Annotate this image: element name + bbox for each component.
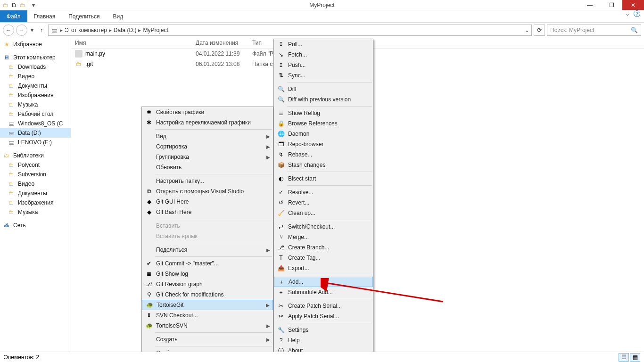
sidebar-favorites[interactable]: ★Избранное (0, 40, 71, 49)
sidebar-item[interactable]: 🗀Документы (0, 189, 71, 198)
sidebar-item[interactable]: 🗀Subversion (0, 170, 71, 179)
menu-item[interactable]: ↥Push... (274, 60, 373, 70)
context-menu[interactable]: ✱Свойства графики✱Настройка переключаемо… (141, 107, 273, 359)
menu-item[interactable]: 📤Export... (274, 263, 373, 273)
menu-item[interactable]: Сортировка▶ (142, 141, 273, 152)
menu-item[interactable]: 🧹Clean up... (274, 208, 373, 218)
ribbon-tab-home[interactable]: Главная (27, 10, 62, 22)
menu-item[interactable]: 🌐Daemon (274, 129, 373, 139)
menu-item-label: Clean up... (286, 210, 370, 216)
menu-item[interactable]: ↯Rebase... (274, 149, 373, 160)
sidebar-item[interactable]: 🗀Изображения (0, 90, 71, 100)
menu-item[interactable]: Группировка▶ (142, 152, 273, 162)
open-folder-icon[interactable]: 🗀 (19, 1, 26, 9)
submenu-tortoisegit[interactable]: ↧Pull...↘Fetch...↥Push...⇅Sync...🔍Diff🔍D… (273, 39, 373, 356)
menu-item[interactable]: ✂Create Patch Serial... (274, 301, 373, 311)
view-icons-button[interactable]: ▦ (630, 353, 640, 362)
sidebar-item[interactable]: 🗀Документы (0, 81, 71, 90)
search-input[interactable]: Поиск: MyProject 🔍 (547, 25, 641, 36)
menu-item[interactable]: ⇅Sync... (274, 70, 373, 81)
sidebar-item[interactable]: 🗀Рабочий стол (0, 109, 71, 119)
menu-item[interactable]: 📦Stash changes (274, 160, 373, 170)
menu-item[interactable]: ≣Show Reflog (274, 108, 373, 118)
menu-item[interactable]: ↘Fetch... (274, 49, 373, 60)
menu-item[interactable]: Поделиться▶ (142, 245, 273, 255)
sidebar-item[interactable]: 🖴LENOVO (F:) (0, 138, 71, 147)
menu-item[interactable]: ≣Git Show log (142, 269, 273, 279)
minimize-button[interactable]: — (579, 0, 601, 10)
sidebar-network[interactable]: 🖧Сеть (0, 221, 71, 230)
menu-item[interactable]: ＋Add... (274, 277, 373, 287)
help-icon[interactable]: ? (634, 10, 640, 17)
menu-item[interactable]: 🔍Diff with previous version (274, 94, 373, 105)
ribbon-tab-share[interactable]: Поделиться (62, 10, 106, 22)
menu-item[interactable]: ✱Свойства графики (142, 107, 273, 117)
view-details-button[interactable]: ☰ (619, 353, 629, 362)
menu-item[interactable]: ◆Git GUI Here (142, 197, 273, 207)
menu-item[interactable]: ⎇Create Branch... (274, 242, 373, 253)
address-dropdown-icon[interactable]: ⌄ (525, 27, 529, 33)
close-button[interactable]: ✕ (622, 0, 644, 10)
menu-item[interactable]: 🗔Repo-browser (274, 139, 373, 149)
breadcrumb[interactable]: Этот компьютер▸ (65, 27, 112, 33)
menu-item[interactable]: ＋Submodule Add... (274, 287, 373, 297)
menu-item[interactable]: ?Help (274, 335, 373, 346)
refresh-button[interactable]: ⟳ (534, 25, 545, 36)
ribbon-expand-icon[interactable]: ⌄ (625, 10, 630, 17)
menu-item[interactable]: ⧉Открыть с помощью Visual Studio (142, 186, 273, 197)
menu-item[interactable]: ◐Bisect start (274, 173, 373, 184)
menu-item[interactable]: 🐢TortoiseSVN▶ (142, 321, 273, 331)
menu-item[interactable]: ◆Git Bash Here (142, 207, 273, 217)
menu-item[interactable]: ⬇SVN Checkout... (142, 310, 273, 321)
menu-item[interactable]: 🔧Settings (274, 325, 373, 335)
breadcrumb[interactable]: Data (D:)▸ (114, 27, 141, 33)
forward-button[interactable]: → (16, 25, 27, 36)
up-button[interactable]: ↑ (37, 25, 46, 35)
menu-item[interactable]: ✔Git Commit -> "master"... (142, 258, 273, 269)
qat-dropdown-icon[interactable]: ▾ (32, 2, 35, 8)
menu-item[interactable]: 🔍Diff (274, 84, 373, 94)
menu-item[interactable]: 🐢TortoiseGit▶ (142, 300, 273, 310)
menu-item[interactable]: Создать▶ (142, 334, 273, 345)
menu-item[interactable]: Вставить (142, 221, 273, 231)
menu-item[interactable]: ⚲Git Check for modifications (142, 289, 273, 300)
menu-item[interactable]: ✓Resolve... (274, 187, 373, 197)
column-date[interactable]: Дата изменения (196, 40, 252, 46)
history-dropdown-icon[interactable]: ▾ (29, 27, 35, 33)
address-bar[interactable]: 🖴 ▸ Этот компьютер▸ Data (D:)▸ MyProject… (48, 25, 532, 36)
menu-item[interactable]: ⎇Git Revision graph (142, 279, 273, 289)
menu-item[interactable]: TCreate Tag... (274, 253, 373, 263)
breadcrumb[interactable]: MyProject (143, 27, 168, 33)
menu-item[interactable]: Настроить папку... (142, 176, 273, 186)
menu-item[interactable]: ⇄Switch/Checkout... (274, 222, 373, 232)
ribbon-file-tab[interactable]: Файл (0, 10, 27, 22)
back-button[interactable]: ← (3, 25, 14, 36)
sidebar-item[interactable]: 🗀Музыка (0, 207, 71, 217)
maximize-button[interactable]: ❐ (601, 0, 622, 10)
sidebar-libraries[interactable]: 🗂Библиотеки (0, 151, 71, 160)
sidebar-item[interactable]: 🗀Изображения (0, 198, 71, 207)
sidebar-item[interactable]: 🗀Polycont (0, 160, 71, 170)
menu-item-icon: ⎇ (276, 244, 286, 251)
sidebar-item[interactable]: 🗀Downloads (0, 62, 71, 72)
menu-item[interactable]: ✱Настройка переключаемой графики (142, 117, 273, 128)
ribbon-tab-view[interactable]: Вид (106, 10, 130, 22)
menu-item[interactable]: ↺Revert... (274, 197, 373, 208)
chevron-right-icon[interactable]: ▸ (60, 27, 63, 33)
menu-item[interactable]: 🔒Browse References (274, 118, 373, 129)
menu-item[interactable]: Обновить (142, 162, 273, 173)
menu-item[interactable]: ↧Pull... (274, 39, 373, 49)
menu-item[interactable]: ✂Apply Patch Serial... (274, 311, 373, 321)
menu-item[interactable]: ⑂Merge... (274, 232, 373, 242)
sidebar-item[interactable]: 🗀Музыка (0, 100, 71, 109)
new-folder-icon[interactable]: 🗋 (10, 1, 18, 9)
sidebar-item[interactable]: 🗀Видео (0, 72, 71, 81)
sidebar-item[interactable]: 🖴Windows8_OS (C (0, 119, 71, 128)
sidebar-item-selected[interactable]: 🖴Data (D:) (0, 128, 71, 138)
column-name[interactable]: Имя (75, 40, 196, 46)
menu-item-icon: ＋ (276, 288, 286, 296)
sidebar-item[interactable]: 🗀Видео (0, 179, 71, 189)
menu-item[interactable]: Вид▶ (142, 131, 273, 141)
sidebar-computer[interactable]: 🖥Этот компьютер (0, 53, 71, 62)
menu-item[interactable]: Вставить ярлык (142, 231, 273, 241)
